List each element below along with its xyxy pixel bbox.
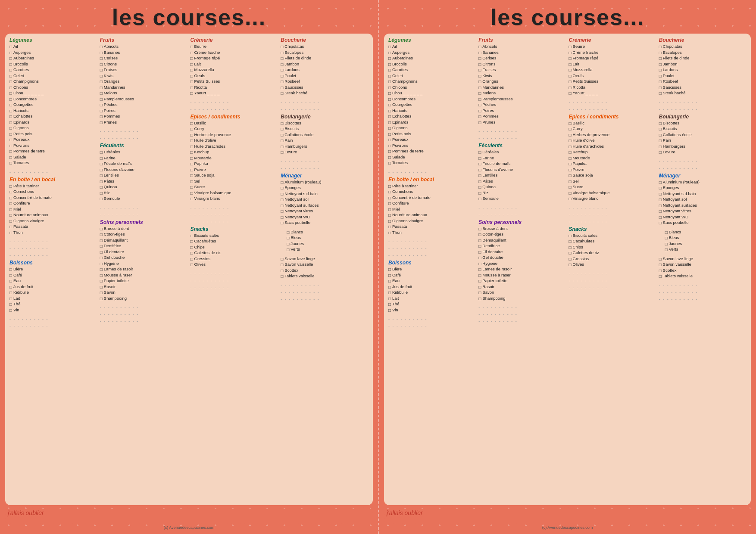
dash-divider: - - - - - - - - - - [478, 213, 566, 217]
list-item: Biscuits salés [191, 233, 278, 239]
section: Savon lave-lingeSavon vaisselleScottexTa… [659, 256, 747, 279]
dash-divider: - - - - - - - - - - [191, 279, 278, 283]
list-item: Oeufs [191, 73, 278, 79]
list-item: Kiwis [100, 73, 188, 79]
list-item: Fraises [478, 67, 566, 73]
dash-divider: - - - - - - - - - - [388, 170, 476, 174]
dash-divider: - - - - - - - - - - [388, 317, 476, 321]
list-item: Levure [659, 149, 747, 155]
dash-divider: - - - - - - - - - - [100, 312, 188, 317]
section: LégumesAilAspergesAuberginesBrocolisCaro… [9, 37, 97, 166]
dash-divider: - - - - - - - - - - [191, 286, 278, 290]
list-item: Vinaigre balsamique [191, 190, 278, 196]
list-item: Sel [191, 179, 278, 185]
list-item: Moutarde [569, 155, 656, 161]
dash-divider: - - - - - - - - - - [659, 100, 747, 105]
list-item: Eponges [281, 185, 369, 191]
section: BoulangerieBiscottesBiscuitsCollations é… [281, 114, 369, 155]
list-item: Biscottes [281, 121, 369, 127]
main-content: LégumesAilAspergesAuberginesBrocolisCaro… [384, 34, 751, 505]
section: BoucherieChipolatasEscalopesFilets de di… [659, 37, 747, 96]
list-item: Jus de fruit [9, 284, 97, 290]
list-item: Echalottes [9, 114, 97, 120]
list-item: Ail [388, 44, 476, 50]
list-item: Pamplemousses [478, 96, 566, 102]
section-title: Soins personnels [478, 219, 566, 225]
list-item: Poivrons [9, 143, 97, 149]
list-item: Quinoa [100, 184, 188, 190]
list-item: Biscottes [659, 121, 747, 127]
column-4: BoucherieChipolatasEscalopesFilets de di… [281, 37, 369, 502]
list-item: Nourriture animaux [388, 212, 476, 218]
section: SnacksBiscuits salésCacahuètesChipsGalet… [191, 226, 278, 268]
list-item: Miel [9, 207, 97, 213]
list-item: Aluminium (rouleau) [281, 180, 369, 186]
list-item: Fraises [100, 67, 188, 73]
list-item: Rosbeef [659, 79, 747, 85]
dash-divider: - - - - - - - - - - [659, 283, 747, 288]
section: Soins personnelsBrosse à dentCoton-tiges… [478, 219, 566, 302]
half-1: les courses...LégumesAilAspergesAubergin… [0, 0, 378, 534]
dash-divider: - - - - - - - - - - [281, 283, 369, 288]
list-item: Papier toilette [100, 278, 188, 284]
section-title: Crémerie [569, 37, 656, 43]
list-item: Eau [9, 278, 97, 284]
list-item: Chicons [9, 85, 97, 91]
list-item: Démaquillant [100, 238, 188, 244]
list-item: Thon [9, 230, 97, 236]
list-item: Beurre [569, 44, 656, 50]
list-item: Galettes de riz [191, 250, 278, 256]
sub-item: Verts [659, 247, 747, 253]
list-item: Herbes de provence [191, 132, 278, 138]
list-item: Bananes [100, 50, 188, 56]
list-item: Tablets vaisselle [281, 273, 369, 279]
dash-divider: - - - - - - - - - - [569, 272, 656, 276]
dash-divider: - - - - - - - - - - [569, 100, 656, 105]
list-item: Mousse à raser [478, 273, 566, 279]
list-item: Gel douche [100, 255, 188, 261]
list-item: Lames de rasoir [478, 267, 566, 273]
list-item: Chipolatas [281, 44, 369, 50]
list-item: Fromage râpé [569, 56, 656, 62]
section: BlancsBleusJaunesVerts [659, 230, 747, 253]
section: MénagerAluminium (rouleau)EpongesNettoya… [281, 173, 369, 226]
list-item: Céréales [478, 149, 566, 155]
list-item: Abricots [100, 44, 188, 50]
list-item: Nettoyant s.d.bain [659, 191, 747, 197]
dash-divider: - - - - - - - - - - [569, 279, 656, 283]
section: MénagerAluminium (rouleau)EpongesNettoya… [659, 173, 747, 226]
dash-divider: - - - - - - - - - - [388, 246, 476, 251]
list-item: Champignons [388, 79, 476, 85]
list-item: Paprika [569, 161, 656, 167]
list-item: Gressins [569, 256, 656, 262]
list-item: Riz [100, 190, 188, 196]
list-item: Jambon [659, 62, 747, 68]
dash-divider: - - - - - - - - - - [569, 213, 656, 217]
section: BoissonsBièreCaféEauJus de fruitKidibull… [9, 260, 97, 313]
list-item: Escalopes [281, 50, 369, 56]
list-item: Ricotta [569, 85, 656, 91]
list-item: Lait [388, 296, 476, 302]
list-item: Celeri [9, 73, 97, 79]
section-title: Boulangerie [659, 114, 747, 120]
list-item: Epinards [9, 120, 97, 126]
section: SnacksBiscuits salésCacahuètesChipsGalet… [569, 226, 656, 268]
list-item: Mandarines [478, 85, 566, 91]
column-1: LégumesAilAspergesAuberginesBrocolisCaro… [9, 37, 97, 502]
list-item: Olives [191, 262, 278, 268]
list-item: Pâtes [100, 179, 188, 185]
list-item: Lait [569, 62, 656, 68]
list-item: Lait [191, 62, 278, 68]
list-item: Prunes [478, 120, 566, 126]
list-item: Steak haché [281, 90, 369, 96]
section: Epices / condimentsBasilicCurryHerbes de… [191, 114, 278, 202]
list-item: Mozzarella [569, 67, 656, 73]
list-item: Vinaigre blanc [191, 196, 278, 202]
sub-item: Bleus [659, 235, 747, 241]
list-item: Jus de fruit [388, 284, 476, 290]
list-item: Pommes [478, 114, 566, 120]
list-item: Bière [9, 267, 97, 273]
dash-divider: - - - - - - - - - - [100, 319, 188, 323]
section: FéculentsCéréalesFarineFécule de maïsFlo… [478, 143, 566, 202]
list-item: Thé [388, 301, 476, 307]
